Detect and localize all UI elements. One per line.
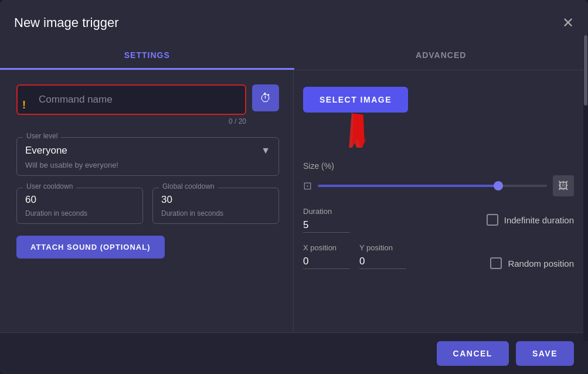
save-button[interactable]: SAVE — [516, 341, 574, 366]
timer-icon-button[interactable]: ⏱ — [252, 84, 279, 111]
y-position-input[interactable] — [359, 254, 406, 269]
global-cooldown-value: 30 — [161, 194, 270, 206]
size-section: Size (%) ⊡ 🖼 — [303, 161, 574, 196]
random-position-checkbox[interactable] — [490, 257, 502, 269]
x-position-label: X position — [303, 243, 350, 252]
duration-input[interactable] — [303, 218, 350, 233]
select-image-area: SELECT IMAGE — [303, 84, 574, 151]
global-cooldown-label: Global cooldown — [159, 182, 218, 191]
close-button[interactable]: ✕ — [562, 16, 574, 30]
attach-sound-button[interactable]: ATTACH SOUND (OPTIONAL) — [16, 236, 165, 259]
global-cooldown-helper: Duration in seconds — [161, 209, 270, 217]
indefinite-checkbox[interactable] — [487, 214, 498, 226]
clock-icon: ⏱ — [260, 91, 271, 105]
scrollbar-track[interactable] — [583, 35, 588, 341]
random-position-label: Random position — [508, 259, 574, 268]
duration-section: Duration Indefinite duration — [303, 207, 574, 233]
user-level-select[interactable]: Everyone Subscriber VIP Moderator Broadc… — [25, 145, 270, 156]
x-position-field: X position — [303, 243, 350, 269]
size-slider[interactable] — [318, 185, 547, 187]
tab-advanced[interactable]: ADVANCED — [294, 42, 589, 70]
resize-small-icon: ⊡ — [303, 179, 312, 192]
user-cooldown-box: User cooldown 60 Duration in seconds — [16, 188, 143, 224]
indefinite-duration-row: Indefinite duration — [487, 214, 574, 226]
global-cooldown-box: Global cooldown 30 Duration in seconds — [152, 188, 279, 224]
y-position-field: Y position — [359, 243, 406, 269]
right-panel: SELECT IMAGE Size (%) ⊡ — [293, 70, 588, 332]
modal-header: New image trigger ✕ — [0, 0, 588, 35]
duration-label: Duration — [303, 207, 350, 216]
cooldown-row: User cooldown 60 Duration in seconds Glo… — [16, 188, 279, 224]
user-cooldown-label: User cooldown — [23, 182, 76, 191]
tabs: SETTINGS ADVANCED — [0, 42, 588, 70]
user-level-select-wrapper: Everyone Subscriber VIP Moderator Broadc… — [25, 145, 270, 156]
command-name-input[interactable] — [16, 84, 246, 115]
modal: New image trigger ✕ SETTINGS ADVANCED ! … — [0, 0, 588, 374]
y-position-label: Y position — [359, 243, 406, 252]
command-name-wrapper: ! 0 / 20 — [16, 84, 246, 125]
modal-body: ! 0 / 20 ⏱ User level Everyone Subscribe… — [0, 70, 588, 332]
user-level-helper: Will be usable by everyone! — [25, 161, 270, 169]
user-level-label: User level — [23, 132, 61, 140]
duration-field: Duration — [303, 207, 350, 233]
char-count: 0 / 20 — [16, 117, 246, 125]
left-panel: ! 0 / 20 ⏱ User level Everyone Subscribe… — [0, 70, 293, 332]
image-icon: 🖼 — [558, 180, 569, 192]
red-arrow-indicator — [332, 107, 391, 148]
indefinite-label: Indefinite duration — [504, 215, 574, 225]
position-section: X position Y position Random position — [303, 243, 574, 269]
user-cooldown-value: 60 — [25, 194, 134, 206]
command-name-row: ! 0 / 20 ⏱ — [16, 84, 279, 125]
user-cooldown-helper: Duration in seconds — [25, 209, 134, 217]
size-label: Size (%) — [303, 161, 574, 171]
warning-icon: ! — [22, 99, 26, 111]
modal-title: New image trigger — [14, 15, 119, 30]
random-position-group: Random position — [490, 257, 574, 269]
user-level-group: User level Everyone Subscriber VIP Moder… — [16, 137, 279, 176]
modal-footer: CANCEL SAVE — [0, 332, 588, 374]
tab-settings[interactable]: SETTINGS — [0, 42, 294, 70]
image-thumb-icon: 🖼 — [553, 175, 574, 196]
x-position-input[interactable] — [303, 254, 350, 269]
scrollbar-thumb — [584, 35, 587, 106]
slider-row: ⊡ 🖼 — [303, 175, 574, 196]
cancel-button[interactable]: CANCEL — [437, 341, 509, 366]
